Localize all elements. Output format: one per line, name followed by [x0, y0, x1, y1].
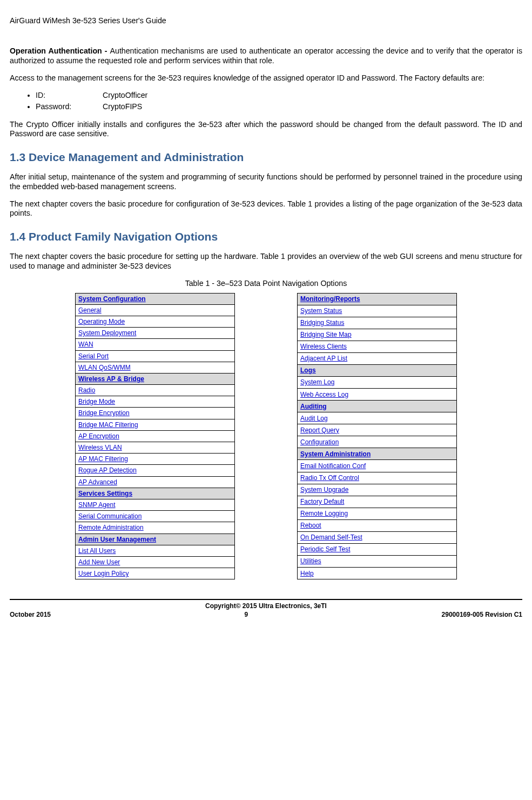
nav-link[interactable]: Audit Log — [298, 412, 457, 424]
nav-link[interactable]: User Login Policy — [76, 568, 235, 579]
credential-password-item: Password: CryptoFIPS — [36, 102, 522, 112]
nav-link[interactable]: Serial Port — [76, 350, 235, 362]
nav-section-header: Services Settings — [76, 488, 235, 499]
credential-id-label: ID: — [36, 90, 100, 101]
nav-section-header: System Administration — [298, 448, 457, 460]
footer-date: October 2015 — [10, 611, 51, 618]
nav-link[interactable]: System Log — [298, 377, 457, 389]
nav-link[interactable]: Bridge MAC Filtering — [76, 419, 235, 430]
nav-table-left: System ConfigurationGeneralOperating Mod… — [75, 293, 235, 580]
nav-link[interactable]: System Status — [298, 305, 457, 317]
nav-link[interactable]: Rogue AP Detection — [76, 465, 235, 476]
nav-link[interactable]: Adjacent AP List — [298, 352, 457, 364]
footer-page-number: 9 — [244, 611, 248, 618]
nav-link[interactable]: AP Advanced — [76, 476, 235, 488]
nav-link[interactable]: Wireless Clients — [298, 341, 457, 352]
nav-link[interactable]: Bridge Mode — [76, 396, 235, 408]
nav-link[interactable]: Bridge Encryption — [76, 408, 235, 419]
nav-link[interactable]: On Demand Self-Test — [298, 531, 457, 543]
credential-password-value: CryptoFIPS — [103, 102, 142, 111]
nav-section-header: Monitoring/Reports — [298, 293, 457, 305]
footer-rule — [10, 599, 522, 600]
paragraph-1-3b: The next chapter covers the basic proced… — [10, 199, 522, 219]
nav-link[interactable]: Report Query — [298, 424, 457, 436]
nav-link[interactable]: Wireless VLAN — [76, 442, 235, 454]
table-caption: Table 1 - 3e–523 Data Point Navigation O… — [10, 279, 522, 288]
heading-1-4: 1.4 Product Family Navigation Options — [10, 230, 522, 243]
nav-section-header: Auditing — [298, 401, 457, 412]
document-header-title: AirGuard WiMesh 3e-523 Series User's Gui… — [10, 16, 522, 25]
nav-link[interactable]: Serial Communication — [76, 511, 235, 522]
nav-link[interactable]: Radio Tx Off Control — [298, 472, 457, 484]
footer-copyright: Copyright© 2015 Ultra Electronics, 3eTI — [10, 602, 522, 610]
footer-doc-number: 29000169-005 Revision C1 — [442, 611, 522, 618]
nav-link[interactable]: Reboot — [298, 519, 457, 531]
paragraph-crypto-officer: The Crypto Officer initially installs an… — [10, 120, 522, 139]
nav-link[interactable]: Operating Mode — [76, 316, 235, 327]
nav-link[interactable]: Bridging Site Map — [298, 329, 457, 341]
nav-link[interactable]: AP MAC Filtering — [76, 454, 235, 465]
nav-link[interactable]: SNMP Agent — [76, 499, 235, 510]
nav-link[interactable]: WAN — [76, 339, 235, 350]
nav-link[interactable]: Help — [298, 568, 457, 579]
nav-link[interactable]: Web Access Log — [298, 389, 457, 401]
credential-password-label: Password: — [36, 102, 100, 112]
nav-link[interactable]: Periodic Self Test — [298, 543, 457, 555]
nav-link[interactable]: Radio — [76, 385, 235, 396]
nav-section-header: Admin User Management — [76, 534, 235, 545]
nav-link[interactable]: List All Users — [76, 545, 235, 556]
nav-link[interactable]: System Upgrade — [298, 484, 457, 496]
label-operation-auth: Operation Authentication - — [10, 46, 110, 55]
heading-1-3: 1.3 Device Management and Administration — [10, 151, 522, 164]
paragraph-1-4: The next chapter covers the basic proced… — [10, 252, 522, 271]
nav-link[interactable]: Add New User — [76, 556, 235, 568]
nav-link[interactable]: Remote Logging — [298, 508, 457, 519]
credential-list: ID: CryptoOfficer Password: CryptoFIPS — [36, 90, 522, 112]
nav-link[interactable]: Configuration — [298, 436, 457, 448]
nav-link[interactable]: Bridging Status — [298, 317, 457, 329]
nav-link[interactable]: General — [76, 304, 235, 316]
nav-section-header: Logs — [298, 364, 457, 376]
nav-link[interactable]: Utilities — [298, 555, 457, 567]
paragraph-access: Access to the management screens for the… — [10, 74, 522, 83]
nav-link[interactable]: WLAN QoS/WMM — [76, 362, 235, 373]
credential-id-value: CryptoOfficer — [103, 91, 147, 99]
credential-id-item: ID: CryptoOfficer — [36, 90, 522, 101]
footer-row: October 2015 9 29000169-005 Revision C1 — [10, 611, 522, 618]
paragraph-operation-auth: Operation Authentication - Authenticatio… — [10, 46, 522, 66]
nav-link[interactable]: Remote Administration — [76, 522, 235, 534]
nav-link[interactable]: System Deployment — [76, 328, 235, 339]
nav-link[interactable]: Email Notification Conf — [298, 460, 457, 472]
nav-section-header: Wireless AP & Bridge — [76, 373, 235, 384]
nav-link[interactable]: AP Encryption — [76, 430, 235, 442]
nav-link[interactable]: Factory Default — [298, 496, 457, 508]
nav-table-right: Monitoring/ReportsSystem StatusBridging … — [297, 293, 457, 580]
nav-tables-container: System ConfigurationGeneralOperating Mod… — [10, 293, 522, 580]
nav-section-header: System Configuration — [76, 293, 235, 304]
paragraph-1-3a: After initial setup, maintenance of the … — [10, 172, 522, 192]
